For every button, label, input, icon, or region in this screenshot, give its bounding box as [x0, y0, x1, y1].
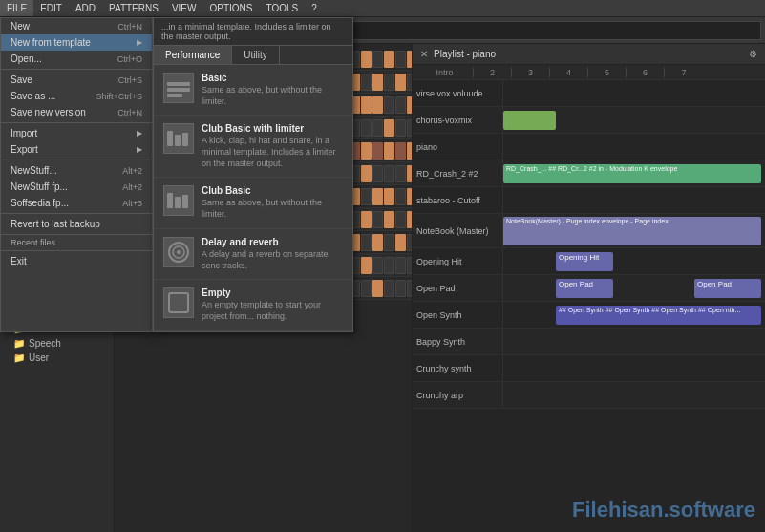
menu-save-new-version[interactable]: Save new version Ctrl+N [1, 104, 152, 120]
track-content[interactable] [503, 329, 765, 354]
pattern-cell[interactable] [395, 96, 406, 114]
pattern-cell[interactable] [407, 165, 412, 182]
pattern-cell[interactable] [372, 188, 383, 205]
sidebar-label-user: User [29, 352, 49, 363]
track-content[interactable]: NoteBook(Master) - Puge index envelope -… [503, 214, 765, 247]
pattern-cell[interactable] [361, 211, 372, 228]
menu-import[interactable]: Import [1, 125, 152, 141]
pattern-cell[interactable] [372, 51, 383, 68]
pattern-cell[interactable] [372, 74, 383, 91]
pattern-cell[interactable] [384, 142, 394, 160]
pattern-cell[interactable] [361, 119, 372, 137]
pattern-cell[interactable] [395, 211, 406, 228]
menu-edit[interactable]: EDIT [33, 0, 69, 16]
track-content[interactable] [503, 355, 765, 381]
pattern-cell[interactable] [395, 51, 406, 68]
pattern-cell[interactable] [407, 188, 412, 205]
pattern-cell[interactable] [407, 280, 412, 297]
pattern-cell[interactable] [372, 119, 383, 137]
menu-tools[interactable]: TOOLS [259, 0, 305, 16]
menu-options[interactable]: OPTIONS [202, 0, 259, 16]
pattern-cell[interactable] [372, 234, 383, 251]
pattern-cell[interactable] [395, 119, 406, 137]
menu-open[interactable]: Open... Ctrl+O [1, 51, 152, 67]
menu-help[interactable]: ? [305, 0, 324, 16]
pattern-cell[interactable] [384, 74, 394, 91]
pattern-cell[interactable] [361, 257, 372, 274]
pattern-cell[interactable] [384, 280, 394, 297]
pattern-cell[interactable] [361, 51, 372, 68]
track-content[interactable] [503, 382, 765, 408]
template-basic[interactable]: Basic Same as above, but without the lim… [154, 65, 352, 116]
tab-utility[interactable]: Utility [232, 46, 279, 64]
template-club-basic-limiter[interactable]: Club Basic with limiter A kick, clap, hi… [154, 116, 352, 178]
track-content[interactable] [503, 107, 765, 133]
pattern-cell[interactable] [407, 96, 412, 114]
menu-add[interactable]: ADD [69, 0, 102, 16]
pattern-cell[interactable] [384, 211, 394, 228]
menu-newstuff[interactable]: NewStuff... Alt+2 [1, 162, 152, 179]
menu-revert[interactable]: Revert to last backup [1, 216, 152, 232]
pattern-cell[interactable] [361, 234, 372, 251]
pattern-cell[interactable] [395, 165, 406, 182]
track-content[interactable] [503, 187, 765, 213]
pattern-cell[interactable] [361, 280, 372, 297]
tab-performance[interactable]: Performance [154, 46, 232, 64]
pattern-cell[interactable] [361, 188, 372, 205]
track-content[interactable] [503, 80, 765, 106]
menu-save[interactable]: Save Ctrl+S [1, 72, 152, 88]
menu-exit[interactable]: Exit [1, 253, 152, 269]
pattern-cell[interactable] [407, 119, 412, 137]
pattern-cell[interactable] [372, 96, 383, 114]
pattern-cell[interactable] [407, 51, 412, 68]
pattern-cell[interactable] [384, 188, 394, 205]
template-club-basic[interactable]: Club Basic Same as above, but without th… [154, 178, 352, 228]
menu-newstuff-fp[interactable]: NewStuff fp... Alt+2 [1, 179, 152, 195]
menu-new[interactable]: New Ctrl+N [1, 18, 152, 34]
pattern-cell[interactable] [372, 257, 383, 274]
pattern-cell[interactable] [407, 142, 412, 160]
menu-file[interactable]: FILE [0, 0, 33, 16]
pattern-cell[interactable] [395, 234, 406, 251]
sidebar-item-user[interactable]: 📁 User [0, 351, 114, 365]
pattern-cell[interactable] [395, 74, 406, 91]
template-empty[interactable]: Empty An empty template to start your pr… [154, 280, 352, 330]
pattern-cell[interactable] [395, 280, 406, 297]
menu-export[interactable]: Export [1, 141, 152, 158]
pattern-cell[interactable] [361, 142, 372, 160]
track-content[interactable]: RD_Crash_... ## RD_Cr...2 #2 in - Modula… [503, 160, 765, 186]
track-content[interactable]: Open Pad Open Pad [503, 275, 765, 301]
pattern-cell[interactable] [395, 188, 406, 205]
pattern-cell[interactable] [372, 280, 383, 297]
pattern-cell[interactable] [407, 234, 412, 251]
pattern-cell[interactable] [384, 119, 394, 137]
menu-save-as[interactable]: Save as ... Shift+Ctrl+S [1, 88, 152, 104]
pattern-cell[interactable] [407, 74, 412, 91]
pattern-cell[interactable] [361, 165, 372, 182]
playlist-settings-icon[interactable]: ⚙ [749, 49, 757, 59]
pattern-cell[interactable] [372, 142, 383, 160]
pattern-cell[interactable] [384, 165, 394, 182]
sidebar-item-speech[interactable]: 📁 Speech [0, 336, 114, 351]
pattern-cell[interactable] [384, 51, 394, 68]
track-content[interactable]: Opening Hit [503, 248, 765, 274]
pattern-cell[interactable] [407, 257, 412, 274]
track-content[interactable] [503, 134, 765, 160]
track-content[interactable]: ## Open Synth ## Open Synth ## Open Synt… [503, 302, 765, 328]
menu-new-from-template[interactable]: New from template [1, 34, 152, 51]
pattern-cell[interactable] [395, 257, 406, 274]
pattern-cell[interactable] [395, 142, 406, 160]
pattern-cell[interactable] [372, 165, 383, 182]
menu-patterns[interactable]: PATTERNS [102, 0, 165, 16]
pattern-cell[interactable] [361, 74, 372, 91]
pattern-cell[interactable] [361, 96, 372, 114]
pattern-cell[interactable] [384, 234, 394, 251]
pattern-cell[interactable] [384, 257, 394, 274]
pattern-cell[interactable] [372, 211, 383, 228]
pattern-cell[interactable] [407, 211, 412, 228]
playlist-close-icon[interactable]: ✕ [420, 49, 428, 59]
menu-view[interactable]: VIEW [165, 0, 203, 16]
template-delay-reverb[interactable]: Delay and reverb A delay and a reverb on… [154, 229, 352, 280]
menu-soffsedia-fp[interactable]: Soffsedia fp... Alt+3 [1, 195, 152, 211]
pattern-cell[interactable] [384, 96, 394, 114]
